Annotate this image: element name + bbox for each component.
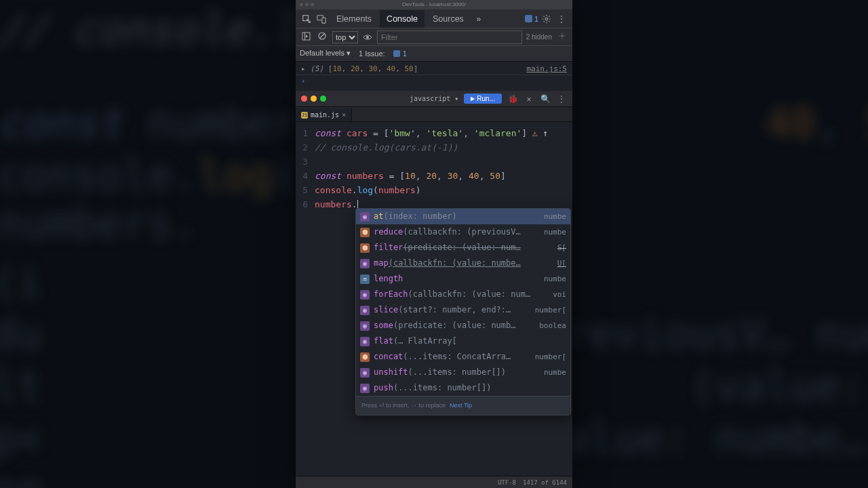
code-line[interactable]: 3	[296, 155, 572, 169]
autocomplete-item[interactable]: ◉at(index: number)numbe	[356, 209, 570, 224]
autocomplete-popup[interactable]: ◉at(index: number)numbe⬢reduce(callbackf…	[355, 208, 571, 415]
autocomplete-item[interactable]: ⬢concat(...items: ConcatArra…number[	[356, 349, 570, 365]
autocomplete-item[interactable]: ≡lengthnumbe	[356, 271, 570, 287]
svg-rect-2	[322, 18, 326, 23]
suggestion-kind-icon: ◉	[360, 368, 370, 378]
suggestion-kind-icon: ◉	[360, 212, 370, 222]
autocomplete-hint: Press ⏎ to insert, → to replaceNext Tip	[356, 396, 570, 415]
language-select[interactable]: javascript ▾	[410, 95, 458, 102]
autocomplete-item[interactable]: ◉push(...items: number[])	[356, 380, 570, 396]
message-badge[interactable]: 1	[525, 15, 538, 23]
traffic-lights[interactable]	[301, 96, 326, 102]
autocomplete-item[interactable]: ⬢reduce(callbackfn: (previousV…numbe	[356, 224, 570, 240]
code-line[interactable]: 5console.log(numbers)	[296, 183, 572, 197]
suggestion-kind-icon: ◉	[360, 259, 370, 268]
svg-point-9	[561, 35, 564, 37]
clear-console-icon[interactable]	[316, 32, 328, 42]
devtools-tabs: Elements Console Sources » 1 ⋮	[296, 9, 572, 28]
suggestion-kind-icon: ⬢	[360, 352, 370, 362]
code-line[interactable]: 2// console.log(cars.at(-1))	[296, 140, 572, 155]
source-link[interactable]: main.js:5	[526, 64, 567, 73]
svg-point-3	[545, 18, 548, 20]
live-expression-icon[interactable]	[362, 32, 373, 43]
context-select[interactable]: top	[332, 31, 358, 43]
autocomplete-item[interactable]: ⬢filter(predicate: (value: num…S[	[356, 240, 570, 256]
window-titlebar: DevTools - localhost:3000/	[296, 0, 572, 9]
suggestion-kind-icon: ⬢	[360, 243, 370, 253]
next-tip-link[interactable]: Next Tip	[450, 399, 472, 413]
run-button[interactable]: Run...	[464, 94, 502, 104]
settings-icon[interactable]	[540, 12, 553, 26]
kebab-icon[interactable]: ⋮	[555, 12, 568, 26]
editor-tab-mainjs[interactable]: JS main.js ×	[296, 108, 352, 121]
more-icon[interactable]: ⋮	[556, 94, 567, 104]
autocomplete-item[interactable]: ◉forEach(callbackfn: (value: num…voi	[356, 287, 570, 302]
status-position: 1417 of 6144	[523, 479, 567, 486]
js-file-icon: JS	[301, 112, 308, 119]
autocomplete-item[interactable]: ◉slice(start?: number, end?:…number[	[356, 302, 570, 318]
svg-line-7	[320, 34, 325, 39]
autocomplete-item[interactable]: ◉unshift(...items: number[])numbe	[356, 365, 570, 380]
console-output-line: ▸ (5) [10, 20, 30, 40, 50] main.js:5	[296, 62, 572, 75]
suggestion-kind-icon: ◉	[360, 321, 370, 331]
tab-console[interactable]: Console	[380, 10, 425, 28]
window-title: DevTools - localhost:3000/	[402, 1, 466, 7]
suggestion-kind-icon: ◉	[360, 306, 370, 315]
suggestion-kind-icon: ◉	[360, 290, 370, 300]
issues-chip[interactable]: 1	[393, 49, 407, 58]
code-editor[interactable]: 1const cars = ['bmw', 'tesla', 'mclaren'…	[296, 122, 572, 476]
more-tabs-icon[interactable]: »	[472, 12, 486, 26]
toggle-sidebar-icon[interactable]	[300, 32, 312, 43]
tab-elements[interactable]: Elements	[330, 10, 378, 28]
tab-sources[interactable]: Sources	[426, 10, 471, 28]
message-icon	[525, 15, 532, 22]
autocomplete-item[interactable]: ◉map(callbackfn: (value: numbe…U[	[356, 256, 570, 271]
autocomplete-item[interactable]: ◉flat(… FlatArray[	[356, 333, 570, 349]
suggestion-kind-icon: ⬢	[360, 228, 370, 237]
filter-input[interactable]	[377, 30, 522, 44]
device-toggle-icon[interactable]	[315, 12, 328, 26]
bug-icon[interactable]: 🐞	[507, 94, 518, 104]
autocomplete-item[interactable]: ◉some(predicate: (value: numb…boolea	[356, 318, 570, 333]
hidden-count: 2 hidden	[526, 33, 552, 41]
inspect-icon[interactable]	[300, 12, 313, 26]
close-tab-icon[interactable]: ×	[342, 111, 346, 119]
tools-icon[interactable]: ✕	[524, 94, 534, 104]
suggestion-kind-icon: ◉	[360, 384, 370, 393]
levels-dropdown[interactable]: Default levels ▾	[300, 49, 351, 58]
code-line[interactable]: 1const cars = ['bmw', 'tesla', 'mclaren'…	[296, 126, 572, 140]
code-line[interactable]: 4const numbers = [10, 20, 30, 40, 50]	[296, 169, 572, 183]
status-encoding: UTF-8	[498, 479, 516, 486]
console-prompt[interactable]: ›	[296, 75, 572, 91]
svg-point-8	[366, 36, 369, 39]
issues-label: 1 Issue:	[359, 49, 385, 58]
search-icon[interactable]: 🔍	[540, 94, 551, 104]
suggestion-kind-icon: ≡	[360, 274, 370, 284]
issue-icon	[393, 50, 400, 57]
suggestion-kind-icon: ◉	[360, 337, 370, 346]
console-settings-icon[interactable]	[556, 32, 568, 42]
